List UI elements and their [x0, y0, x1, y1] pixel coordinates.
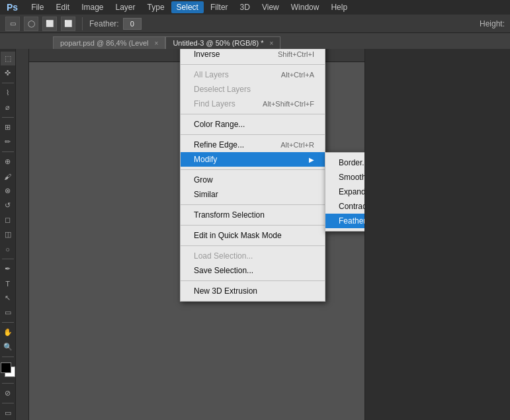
tool-sep7 [2, 383, 14, 384]
menu-edit[interactable]: Edit [50, 1, 75, 13]
menu-item-new-3d[interactable]: New 3D Extrusion [181, 284, 325, 298]
tool-sep1 [2, 83, 14, 83]
options-div1 [82, 17, 83, 30]
feather-label: Feather: [89, 19, 119, 28]
tool-eyedropper[interactable]: ✏ [1, 135, 15, 149]
tool-screen-mode[interactable]: ▭ [1, 406, 15, 420]
tab-close-untitled3[interactable]: × [270, 40, 274, 47]
fg-color-swatch[interactable] [1, 362, 11, 373]
menu-item-color-range[interactable]: Color Range... [181, 117, 325, 132]
tool-quick-mask[interactable]: ⊘ [1, 386, 15, 400]
right-panel [364, 49, 510, 420]
tool-wand[interactable]: ⌀ [1, 101, 15, 114]
menu-item-inverse[interactable]: Inverse Shift+Ctrl+I [181, 49, 325, 62]
menu-file[interactable]: File [26, 1, 49, 13]
menu-help[interactable]: Help [325, 1, 353, 13]
sep6 [181, 225, 325, 226]
menu-item-load-selection: Load Selection... [181, 249, 325, 263]
tab-close-popart[interactable]: × [155, 40, 159, 47]
tool-dodge[interactable]: ○ [1, 242, 15, 256]
menu-select[interactable]: Select [171, 1, 204, 13]
tab-bar: popart.psd @ 86,4% (Level × Untitled-3 @… [0, 33, 510, 49]
height-label: Height: [480, 19, 505, 28]
tool-stamp[interactable]: ⊗ [1, 184, 15, 198]
menu-item-similar[interactable]: Similar [181, 187, 325, 202]
tool-brush[interactable]: 🖌 [1, 169, 15, 183]
menu-layer[interactable]: Layer [110, 1, 141, 13]
left-toolbar: ⬚ ✜ ⌇ ⌀ ⊞ ✏ ⊕ 🖌 ⊗ ↺ ◻ ◫ ○ ✒ T ↖ ▭ ✋ 🔍 ⊘ … [0, 49, 16, 420]
menu-item-deselect-layers: Deselect Layers [181, 82, 325, 97]
tool-sep4 [2, 259, 14, 259]
modify-submenu: Border... Smooth... Expand... Contract..… [325, 152, 364, 231]
tool-gradient[interactable]: ◫ [1, 228, 15, 241]
submenu-border[interactable]: Border... [325, 155, 364, 170]
tool-zoom[interactable]: 🔍 [1, 340, 15, 354]
menu-item-edit-quick-mask[interactable]: Edit in Quick Mask Mode [181, 228, 325, 243]
menu-view[interactable]: View [257, 1, 284, 13]
tool-pen[interactable]: ✒ [1, 262, 15, 276]
sep8 [181, 280, 325, 281]
tool-sep8 [2, 403, 14, 403]
marquee-rectangle-btn[interactable]: ▭ [5, 17, 20, 31]
sep1 [181, 64, 325, 65]
submenu-contract[interactable]: Contract... [325, 199, 364, 214]
menu-item-refine-edge[interactable]: Refine Edge... Alt+Ctrl+R [181, 138, 325, 152]
workspace: ⬚ ✜ ⌇ ⌀ ⊞ ✏ ⊕ 🖌 ⊗ ↺ ◻ ◫ ○ ✒ T ↖ ▭ ✋ 🔍 ⊘ … [0, 49, 510, 420]
tool-hand[interactable]: ✋ [1, 325, 15, 339]
sep2 [181, 114, 325, 114]
tool-history[interactable]: ↺ [1, 198, 15, 212]
menu-item-save-selection[interactable]: Save Selection... [181, 263, 325, 278]
tool-shape[interactable]: ▭ [1, 306, 15, 319]
menu-item-transform-selection[interactable]: Transform Selection [181, 208, 325, 222]
ruler-vertical [16, 49, 29, 420]
tool-sep6 [2, 357, 14, 357]
tool-sep2 [2, 117, 14, 118]
tool-move[interactable]: ✜ [1, 66, 15, 80]
tab-untitled3[interactable]: Untitled-3 @ 50% (RGB/8) * × [165, 36, 280, 49]
color-swatches [1, 362, 15, 380]
feather-input[interactable] [123, 18, 142, 30]
tab-popart[interactable]: popart.psd @ 86,4% (Level × [53, 36, 165, 49]
tool-healing[interactable]: ⊕ [1, 155, 15, 169]
submenu-arrow-icon: ▶ [309, 156, 314, 163]
menu-item-all-layers: All Layers Alt+Ctrl+A [181, 67, 325, 82]
tool-eraser[interactable]: ◻ [1, 213, 15, 227]
marquee-col-btn[interactable]: ⬜ [61, 17, 75, 31]
select-dropdown-menu: All Ctrl+A Deselect Ctrl+D Reselect Shif… [180, 49, 325, 302]
tool-marquee[interactable]: ⬚ [1, 52, 15, 65]
canvas-area: All Ctrl+A Deselect Ctrl+D Reselect Shif… [16, 49, 364, 420]
ps-logo: Ps [3, 2, 22, 13]
marquee-row-btn[interactable]: ⬜ [42, 17, 57, 31]
menu-type[interactable]: Type [142, 1, 170, 13]
sep5 [181, 204, 325, 205]
sep3 [181, 134, 325, 135]
submenu-expand[interactable]: Expand... [325, 185, 364, 199]
options-bar: ▭ ◯ ⬜ ⬜ Feather: Height: [0, 15, 510, 33]
sep4 [181, 169, 325, 170]
submenu-feather[interactable]: Feather... Shift+F6 [325, 214, 364, 228]
tool-sep5 [2, 322, 14, 323]
marquee-circle-btn[interactable]: ◯ [24, 17, 38, 31]
menu-image[interactable]: Image [76, 1, 108, 13]
tool-crop[interactable]: ⊞ [1, 120, 15, 134]
tool-lasso[interactable]: ⌇ [1, 86, 15, 100]
tool-path-select[interactable]: ↖ [1, 291, 15, 305]
menu-item-modify[interactable]: Modify ▶ Border... Smooth... Expand... C… [181, 152, 325, 167]
submenu-smooth[interactable]: Smooth... [325, 170, 364, 185]
tool-text[interactable]: T [1, 276, 15, 290]
menu-3d[interactable]: 3D [235, 1, 255, 13]
sep7 [181, 245, 325, 246]
menu-bar: Ps File Edit Image Layer Type Select Fil… [0, 0, 510, 15]
menu-filter[interactable]: Filter [205, 1, 234, 13]
menu-item-grow[interactable]: Grow [181, 173, 325, 187]
menu-item-find-layers: Find Layers Alt+Shift+Ctrl+F [181, 97, 325, 111]
tool-sep3 [2, 151, 14, 152]
menu-window[interactable]: Window [286, 1, 325, 13]
